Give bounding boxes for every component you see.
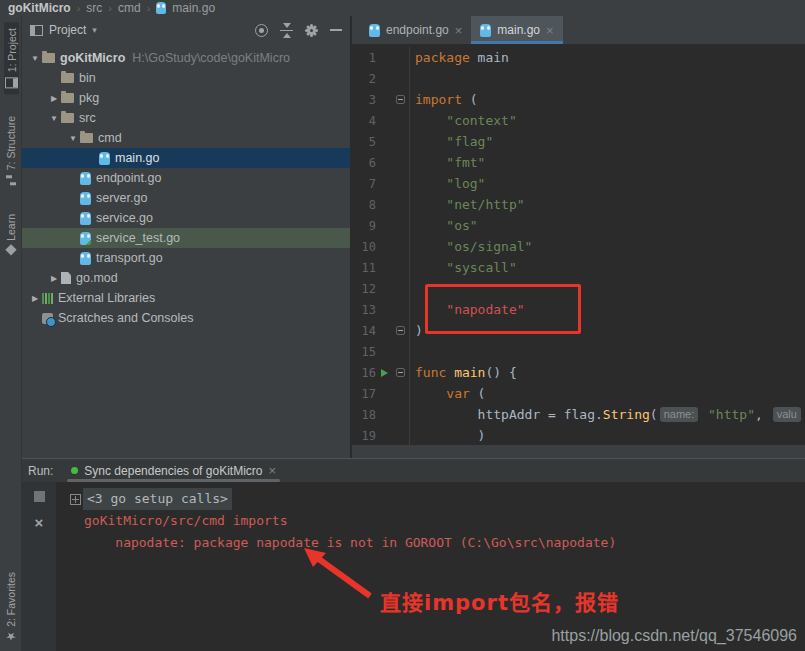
code-line: 16func main() {	[352, 362, 805, 383]
tab-label: main.go	[497, 23, 540, 37]
editor-tab-endpoint-go[interactable]: endpoint.go	[360, 16, 471, 44]
code-token: "log"	[415, 176, 485, 191]
close-icon[interactable]	[546, 24, 554, 37]
line-number: 9	[352, 219, 376, 233]
code-text: "net/http"	[410, 197, 525, 212]
gutter: 8	[352, 194, 410, 215]
chevron-down-icon[interactable]: ▾	[92, 25, 97, 35]
tree-row[interactable]: cmd	[22, 128, 350, 148]
gomod-icon	[61, 272, 71, 284]
tree-item-label: cmd	[98, 131, 122, 145]
run-label: Run:	[28, 464, 53, 478]
code-token	[446, 365, 454, 380]
stripe-button--project[interactable]: 1: Project	[4, 22, 19, 94]
gutter: 3	[352, 89, 410, 110]
fold-button-slot[interactable]	[393, 368, 408, 377]
collapse-all-icon[interactable]	[280, 24, 293, 37]
fold-icon[interactable]	[396, 95, 405, 104]
tree-row[interactable]: src	[22, 108, 350, 128]
tab-label: endpoint.go	[386, 23, 449, 37]
project-panel-header: Project ▾	[22, 16, 350, 44]
tree-row[interactable]: Scratches and Consoles	[22, 308, 350, 328]
close-icon[interactable]	[35, 515, 44, 530]
scratch-icon	[42, 313, 53, 324]
code-line: 10 "os/signal"	[352, 236, 805, 257]
breadcrumb-separator-icon	[77, 1, 81, 15]
code-editor[interactable]: 1package main23import (4 "context"5 "fla…	[352, 45, 805, 445]
stripe-button-learn[interactable]: Learn	[4, 208, 18, 260]
gutter: 14	[352, 320, 410, 341]
breadcrumb-item[interactable]: cmd	[118, 1, 141, 15]
stop-icon[interactable]	[34, 491, 45, 502]
gutter: 13	[352, 299, 410, 320]
code-line: 1package main	[352, 47, 805, 68]
run-icon[interactable]	[381, 369, 388, 377]
go-icon	[369, 24, 380, 37]
gutter: 1	[352, 47, 410, 68]
tree-item-label: go.mod	[76, 271, 118, 285]
tree-row[interactable]: pkg	[22, 88, 350, 108]
expand-arrow-icon[interactable]	[28, 53, 42, 63]
tree-row[interactable]: server.go	[22, 188, 350, 208]
close-icon[interactable]	[455, 24, 463, 37]
code-text: var (	[410, 386, 485, 401]
gutter: 7	[352, 173, 410, 194]
line-number: 1	[352, 51, 376, 65]
project-panel-title[interactable]: Project	[49, 23, 86, 37]
hide-icon[interactable]	[330, 29, 342, 31]
code-line: 18 httpAddr = flag.String(name: "http", …	[352, 404, 805, 425]
folder-icon	[80, 133, 93, 143]
project-tool-icon	[5, 77, 18, 88]
tree-row[interactable]: service_test.go	[22, 228, 350, 248]
close-icon[interactable]	[268, 464, 276, 477]
folder-icon	[61, 73, 74, 83]
code-token: import	[415, 92, 462, 107]
fold-button-slot[interactable]	[393, 95, 408, 104]
folder-icon	[61, 93, 74, 103]
fold-icon[interactable]	[396, 326, 405, 335]
expand-icon[interactable]	[70, 494, 81, 505]
line-number: 14	[352, 324, 376, 338]
watermark: https://blog.csdn.net/qq_37546096	[551, 627, 797, 645]
project-panel-icon	[30, 25, 43, 36]
locate-icon[interactable]	[255, 24, 268, 37]
tree-row[interactable]: bin	[22, 68, 350, 88]
expand-arrow-icon[interactable]	[28, 293, 42, 303]
breadcrumb-item[interactable]: src	[86, 1, 102, 15]
tree-item-label: endpoint.go	[96, 171, 161, 185]
tree-row[interactable]: endpoint.go	[22, 168, 350, 188]
tree-row[interactable]: goKitMicroH:\GoStudy\code\goKitMicro	[22, 48, 350, 68]
code-text: "fmt"	[410, 155, 485, 170]
code-token: )	[415, 428, 485, 443]
fold-icon[interactable]	[396, 368, 405, 377]
tree-row[interactable]: transport.go	[22, 248, 350, 268]
code-text: "log"	[410, 176, 485, 191]
tree-row[interactable]: main.go	[22, 148, 350, 168]
settings-icon[interactable]	[307, 26, 316, 35]
fold-button-slot[interactable]	[393, 326, 408, 335]
tree-item-label: server.go	[96, 191, 147, 205]
expand-arrow-icon[interactable]	[47, 113, 61, 123]
run-tab[interactable]: Sync dependencies of goKitMicro	[71, 459, 276, 482]
editor-tab-main-go[interactable]: main.go	[471, 16, 562, 44]
code-line: 2	[352, 68, 805, 89]
breadcrumb-separator-icon	[147, 1, 151, 15]
code-line: 9 "os"	[352, 215, 805, 236]
go-icon	[80, 172, 91, 185]
breadcrumb-item[interactable]: goKitMicro	[8, 1, 71, 15]
tree-row[interactable]: service.go	[22, 208, 350, 228]
code-token: "fmt"	[415, 155, 485, 170]
code-token: "os"	[415, 218, 478, 233]
code-token: httpAddr = flag.	[415, 407, 603, 422]
stripe-button--structure[interactable]: 7: Structure	[4, 110, 18, 191]
run-toolbar	[22, 482, 56, 651]
tree-row[interactable]: go.mod	[22, 268, 350, 288]
stripe-button--favorites[interactable]: 2: Favorites	[4, 566, 18, 647]
expand-arrow-icon[interactable]	[66, 133, 80, 143]
run-button-slot[interactable]	[376, 369, 393, 377]
code-text: import (	[410, 92, 478, 107]
breadcrumb-item[interactable]: main.go	[172, 1, 215, 15]
expand-arrow-icon[interactable]	[47, 273, 61, 283]
tree-row[interactable]: External Libraries	[22, 288, 350, 308]
expand-arrow-icon[interactable]	[47, 93, 61, 103]
